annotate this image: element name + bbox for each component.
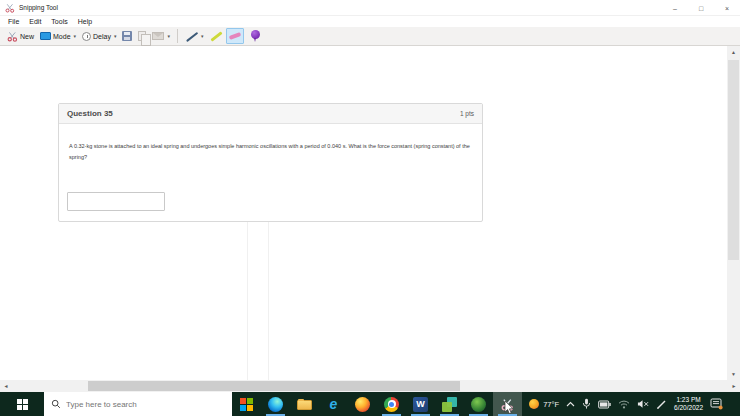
vertical-scroll-thumb[interactable] [728, 60, 739, 260]
new-snip-button[interactable]: New [4, 29, 37, 44]
clock-time: 1:23 PM [674, 396, 703, 404]
toolbar-separator [177, 29, 178, 43]
internet-explorer-icon: e [330, 397, 338, 411]
taskbar-app-photos[interactable] [435, 392, 464, 416]
highlighter-icon [210, 30, 223, 43]
delay-label: Delay [93, 33, 111, 40]
menu-edit[interactable]: Edit [24, 18, 46, 25]
chevron-down-icon: ▾ [201, 33, 204, 39]
green-circle-app-icon [471, 397, 486, 412]
chevron-down-icon: ▾ [167, 33, 170, 39]
chevron-down-icon: ▾ [74, 33, 77, 39]
menu-bar: File Edit Tools Help [0, 16, 740, 27]
content-divider-line [268, 222, 269, 380]
question-card: Question 35 1 pts A 0.32-kg stone is att… [58, 103, 483, 222]
pen-tray-icon[interactable] [656, 399, 667, 410]
eraser-button-selected[interactable] [226, 28, 244, 44]
ink-color-button[interactable] [244, 28, 263, 44]
question-header: Question 35 1 pts [59, 104, 482, 124]
window-title: Snipping Tool [19, 4, 58, 11]
menu-file[interactable]: File [3, 18, 24, 25]
scissors-icon [5, 3, 15, 13]
taskbar-app-edge[interactable] [261, 392, 290, 416]
save-button[interactable] [119, 29, 135, 43]
maximize-icon[interactable]: □ [688, 0, 714, 16]
taskbar-app-green-circle[interactable] [464, 392, 493, 416]
content-divider-line [247, 222, 248, 380]
folder-icon [297, 400, 312, 410]
scroll-right-icon[interactable]: ► [728, 380, 740, 392]
windows-logo-icon [17, 399, 28, 410]
action-center-icon[interactable] [710, 398, 723, 410]
pen-button[interactable]: ▾ [182, 28, 207, 45]
new-label: New [20, 33, 34, 40]
purple-pin-icon [251, 30, 260, 42]
question-text: A 0.32-kg stone is attached to an ideal … [69, 141, 475, 162]
horizontal-scroll-thumb[interactable] [88, 381, 460, 391]
pen-icon [185, 30, 198, 43]
save-icon [122, 31, 132, 41]
question-title: Question 35 [67, 109, 113, 118]
mode-button[interactable]: Mode ▾ [37, 30, 79, 42]
scroll-down-icon[interactable]: ▼ [727, 368, 740, 380]
clock-icon [82, 32, 91, 41]
minimize-icon[interactable]: – [662, 0, 688, 16]
copy-icon [138, 31, 146, 41]
temperature-label: 77°F [543, 400, 559, 409]
horizontal-scrollbar[interactable]: ◄ ► [0, 380, 740, 392]
menu-tools[interactable]: Tools [46, 18, 72, 25]
clock-date: 6/20/2022 [674, 404, 703, 412]
taskbar: e W 77°F [0, 392, 740, 416]
word-icon: W [413, 397, 428, 412]
question-body: A 0.32-kg stone is attached to an ideal … [59, 124, 482, 162]
menu-help[interactable]: Help [73, 18, 97, 25]
mode-label: Mode [53, 33, 71, 40]
taskbar-apps: e W [232, 392, 522, 416]
highlighter-button[interactable] [207, 28, 226, 45]
taskbar-search[interactable] [44, 392, 232, 416]
scroll-left-icon[interactable]: ◄ [0, 380, 12, 392]
mouse-cursor [504, 401, 514, 415]
chrome-icon [384, 397, 399, 412]
delay-button[interactable]: Delay ▾ [79, 30, 119, 43]
eraser-icon [229, 30, 241, 42]
edge-icon [268, 397, 283, 412]
close-icon[interactable]: × [714, 0, 740, 16]
chevron-up-icon[interactable] [566, 401, 575, 408]
toolbar: New Mode ▾ Delay ▾ ▾ ▾ [0, 27, 740, 46]
taskbar-app-file-explorer[interactable] [290, 392, 319, 416]
weather-widget[interactable]: 77°F [529, 399, 559, 409]
send-snip-button[interactable]: ▾ [149, 30, 173, 42]
photos-icon [442, 397, 457, 412]
answer-input[interactable] [67, 192, 165, 211]
mode-icon [40, 32, 51, 40]
chevron-down-icon: ▾ [114, 33, 117, 39]
scroll-up-icon[interactable]: ▲ [727, 46, 740, 58]
question-points: 1 pts [460, 110, 474, 117]
system-tray: 77°F 1:23 PM [529, 392, 740, 416]
copy-button[interactable] [135, 29, 149, 43]
volume-muted-icon[interactable] [637, 399, 649, 409]
microphone-icon[interactable] [582, 398, 591, 410]
microsoft-logo-icon [240, 398, 253, 411]
battery-icon[interactable] [598, 400, 611, 409]
snip-canvas: Question 35 1 pts A 0.32-kg stone is att… [0, 46, 727, 380]
title-bar[interactable]: Snipping Tool – □ × [0, 0, 740, 16]
taskbar-app-chrome[interactable] [377, 392, 406, 416]
firefox-icon [355, 397, 370, 412]
wifi-icon[interactable] [618, 400, 630, 409]
taskbar-app-word[interactable]: W [406, 392, 435, 416]
start-button[interactable] [0, 392, 44, 416]
taskbar-app-microsoft-store[interactable] [232, 392, 261, 416]
search-input[interactable] [66, 400, 206, 409]
taskbar-app-internet-explorer[interactable]: e [319, 392, 348, 416]
vertical-scrollbar[interactable]: ▲ ▼ [727, 46, 740, 380]
sun-icon [529, 399, 539, 409]
email-icon [152, 32, 164, 40]
search-icon [51, 399, 61, 409]
scissors-icon [7, 31, 18, 42]
taskbar-app-firefox[interactable] [348, 392, 377, 416]
taskbar-clock[interactable]: 1:23 PM 6/20/2022 [674, 396, 703, 412]
